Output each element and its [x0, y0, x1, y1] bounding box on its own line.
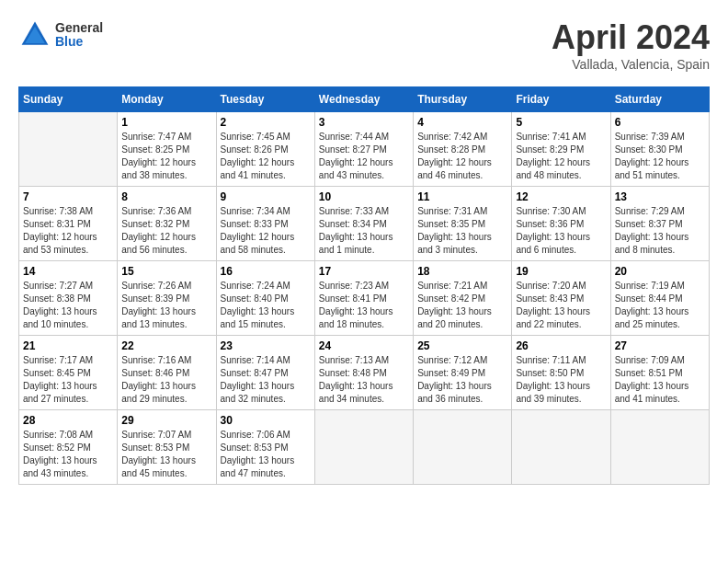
calendar-cell: 5 Sunrise: 7:41 AM Sunset: 8:29 PM Dayli…: [512, 112, 610, 187]
location: Vallada, Valencia, Spain: [552, 57, 710, 72]
day-info: Sunrise: 7:14 AM Sunset: 8:47 PM Dayligh…: [221, 354, 311, 406]
calendar-cell: 9 Sunrise: 7:34 AM Sunset: 8:33 PM Dayli…: [216, 187, 314, 261]
day-info: Sunrise: 7:12 AM Sunset: 8:49 PM Dayligh…: [417, 354, 507, 406]
day-info: Sunrise: 7:11 AM Sunset: 8:50 PM Dayligh…: [516, 354, 606, 406]
logo-blue: Blue: [55, 35, 103, 49]
calendar-cell: 17 Sunrise: 7:23 AM Sunset: 8:41 PM Dayl…: [314, 261, 413, 336]
day-number: 25: [417, 339, 507, 352]
weekday-header: Saturday: [610, 87, 709, 112]
day-info: Sunrise: 7:29 AM Sunset: 8:37 PM Dayligh…: [615, 205, 705, 257]
day-info: Sunrise: 7:42 AM Sunset: 8:28 PM Dayligh…: [417, 131, 507, 182]
day-number: 21: [23, 339, 113, 352]
day-info: Sunrise: 7:44 AM Sunset: 8:27 PM Dayligh…: [319, 131, 409, 182]
day-number: 6: [615, 116, 705, 129]
calendar-cell: 11 Sunrise: 7:31 AM Sunset: 8:35 PM Dayl…: [414, 187, 512, 261]
day-info: Sunrise: 7:17 AM Sunset: 8:45 PM Dayligh…: [23, 354, 113, 406]
day-number: 17: [319, 265, 409, 278]
day-info: Sunrise: 7:19 AM Sunset: 8:44 PM Dayligh…: [615, 280, 705, 331]
calendar-week-row: 21 Sunrise: 7:17 AM Sunset: 8:45 PM Dayl…: [19, 336, 710, 410]
day-info: Sunrise: 7:36 AM Sunset: 8:32 PM Dayligh…: [121, 205, 211, 257]
weekday-header: Sunday: [19, 87, 118, 112]
day-info: Sunrise: 7:21 AM Sunset: 8:42 PM Dayligh…: [417, 280, 507, 331]
calendar-cell: 25 Sunrise: 7:12 AM Sunset: 8:49 PM Dayl…: [414, 336, 512, 410]
calendar-week-row: 28 Sunrise: 7:08 AM Sunset: 8:52 PM Dayl…: [19, 410, 710, 485]
day-number: 11: [417, 190, 507, 203]
weekday-header-row: SundayMondayTuesdayWednesdayThursdayFrid…: [19, 87, 710, 112]
logo-icon: [18, 18, 51, 52]
day-number: 14: [23, 265, 113, 278]
day-number: 26: [516, 339, 606, 352]
day-info: Sunrise: 7:45 AM Sunset: 8:26 PM Dayligh…: [221, 131, 311, 182]
day-number: 9: [221, 190, 311, 203]
day-number: 30: [221, 414, 311, 427]
day-number: 16: [221, 265, 311, 278]
day-info: Sunrise: 7:08 AM Sunset: 8:52 PM Dayligh…: [23, 429, 113, 480]
day-info: Sunrise: 7:47 AM Sunset: 8:25 PM Dayligh…: [121, 131, 211, 182]
calendar-cell: [512, 410, 610, 485]
calendar-cell: [19, 112, 118, 187]
calendar-cell: 29 Sunrise: 7:07 AM Sunset: 8:53 PM Dayl…: [118, 410, 216, 485]
day-number: 22: [121, 339, 211, 352]
day-info: Sunrise: 7:20 AM Sunset: 8:43 PM Dayligh…: [516, 280, 606, 331]
day-number: 13: [615, 190, 705, 203]
calendar-cell: [610, 410, 709, 485]
day-info: Sunrise: 7:23 AM Sunset: 8:41 PM Dayligh…: [319, 280, 409, 331]
weekday-header: Thursday: [414, 87, 512, 112]
calendar-cell: 8 Sunrise: 7:36 AM Sunset: 8:32 PM Dayli…: [118, 187, 216, 261]
calendar-cell: 28 Sunrise: 7:08 AM Sunset: 8:52 PM Dayl…: [19, 410, 118, 485]
day-number: 23: [221, 339, 311, 352]
weekday-header: Tuesday: [216, 87, 314, 112]
calendar-week-row: 1 Sunrise: 7:47 AM Sunset: 8:25 PM Dayli…: [19, 112, 710, 187]
calendar-cell: 26 Sunrise: 7:11 AM Sunset: 8:50 PM Dayl…: [512, 336, 610, 410]
day-info: Sunrise: 7:16 AM Sunset: 8:46 PM Dayligh…: [121, 354, 211, 406]
day-number: 19: [516, 265, 606, 278]
calendar-cell: 2 Sunrise: 7:45 AM Sunset: 8:26 PM Dayli…: [216, 112, 314, 187]
weekday-header: Wednesday: [314, 87, 413, 112]
day-number: 4: [417, 116, 507, 129]
calendar-cell: 27 Sunrise: 7:09 AM Sunset: 8:51 PM Dayl…: [610, 336, 709, 410]
day-number: 24: [319, 339, 409, 352]
day-number: 28: [23, 414, 113, 427]
day-number: 20: [615, 265, 705, 278]
calendar-week-row: 14 Sunrise: 7:27 AM Sunset: 8:38 PM Dayl…: [19, 261, 710, 336]
day-info: Sunrise: 7:41 AM Sunset: 8:29 PM Dayligh…: [516, 131, 606, 182]
calendar-cell: 3 Sunrise: 7:44 AM Sunset: 8:27 PM Dayli…: [314, 112, 413, 187]
day-info: Sunrise: 7:30 AM Sunset: 8:36 PM Dayligh…: [516, 205, 606, 257]
title-block: April 2024 Vallada, Valencia, Spain: [552, 18, 710, 72]
calendar-cell: 23 Sunrise: 7:14 AM Sunset: 8:47 PM Dayl…: [216, 336, 314, 410]
weekday-header: Friday: [512, 87, 610, 112]
day-number: 10: [319, 190, 409, 203]
day-info: Sunrise: 7:06 AM Sunset: 8:53 PM Dayligh…: [221, 429, 311, 480]
day-info: Sunrise: 7:38 AM Sunset: 8:31 PM Dayligh…: [23, 205, 113, 257]
day-info: Sunrise: 7:27 AM Sunset: 8:38 PM Dayligh…: [23, 280, 113, 331]
day-info: Sunrise: 7:39 AM Sunset: 8:30 PM Dayligh…: [615, 131, 705, 182]
calendar-cell: 20 Sunrise: 7:19 AM Sunset: 8:44 PM Dayl…: [610, 261, 709, 336]
calendar-cell: 7 Sunrise: 7:38 AM Sunset: 8:31 PM Dayli…: [19, 187, 118, 261]
page-header: General Blue April 2024 Vallada, Valenci…: [18, 18, 710, 72]
day-info: Sunrise: 7:07 AM Sunset: 8:53 PM Dayligh…: [121, 429, 211, 480]
calendar-cell: 18 Sunrise: 7:21 AM Sunset: 8:42 PM Dayl…: [414, 261, 512, 336]
day-number: 18: [417, 265, 507, 278]
day-info: Sunrise: 7:33 AM Sunset: 8:34 PM Dayligh…: [319, 205, 409, 257]
calendar-cell: [414, 410, 512, 485]
calendar-cell: 1 Sunrise: 7:47 AM Sunset: 8:25 PM Dayli…: [118, 112, 216, 187]
calendar-cell: 6 Sunrise: 7:39 AM Sunset: 8:30 PM Dayli…: [610, 112, 709, 187]
day-info: Sunrise: 7:09 AM Sunset: 8:51 PM Dayligh…: [615, 354, 705, 406]
calendar-cell: [314, 410, 413, 485]
calendar-cell: 15 Sunrise: 7:26 AM Sunset: 8:39 PM Dayl…: [118, 261, 216, 336]
day-info: Sunrise: 7:31 AM Sunset: 8:35 PM Dayligh…: [417, 205, 507, 257]
day-info: Sunrise: 7:24 AM Sunset: 8:40 PM Dayligh…: [221, 280, 311, 331]
calendar-cell: 14 Sunrise: 7:27 AM Sunset: 8:38 PM Dayl…: [19, 261, 118, 336]
calendar-cell: 10 Sunrise: 7:33 AM Sunset: 8:34 PM Dayl…: [314, 187, 413, 261]
day-number: 1: [121, 116, 211, 129]
day-number: 12: [516, 190, 606, 203]
weekday-header: Monday: [118, 87, 216, 112]
logo-general: General: [55, 21, 103, 35]
day-number: 15: [121, 265, 211, 278]
calendar-cell: 30 Sunrise: 7:06 AM Sunset: 8:53 PM Dayl…: [216, 410, 314, 485]
calendar-cell: 19 Sunrise: 7:20 AM Sunset: 8:43 PM Dayl…: [512, 261, 610, 336]
day-number: 29: [121, 414, 211, 427]
day-number: 3: [319, 116, 409, 129]
day-number: 27: [615, 339, 705, 352]
day-info: Sunrise: 7:13 AM Sunset: 8:48 PM Dayligh…: [319, 354, 409, 406]
